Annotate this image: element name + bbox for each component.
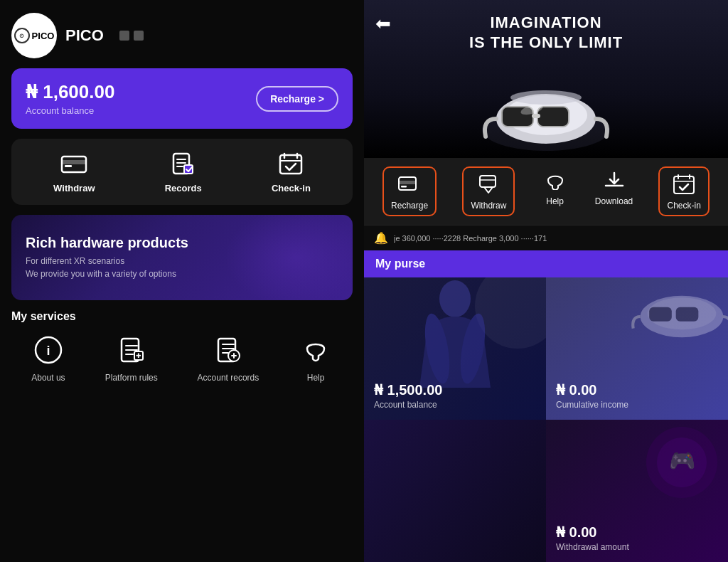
purse-account-balance[interactable]: ₦ 1,500.00 Account balance (364, 277, 546, 420)
account-records-label: Account records (198, 373, 259, 383)
records-icon (167, 150, 200, 177)
nav-withdraw-icon (474, 172, 503, 196)
cumulative-income-label: Cumulative income (556, 400, 718, 410)
action-withdraw[interactable]: Withdraw (53, 150, 95, 193)
withdrawal-amount: ₦ 0.00 (556, 524, 718, 541)
hardware-banner: Rich hardware products For different XR … (11, 215, 353, 300)
balance-label: Account balance (26, 105, 114, 116)
quick-actions: Withdraw Records (11, 139, 353, 205)
services-section: My services i About us ✚ (11, 310, 353, 549)
service-account-records[interactable]: Account records (198, 333, 259, 383)
action-records[interactable]: Records (165, 150, 202, 193)
right-panel: ⬅ IMAGINATION IS THE ONLY LIMIT (364, 0, 728, 562)
purse-section: My purse ₦ 1,500.00 Account balance (364, 250, 728, 562)
account-records-icon (211, 333, 245, 367)
svg-rect-31 (649, 307, 672, 322)
cumulative-income-amount: ₦ 0.00 (556, 381, 718, 398)
service-help[interactable]: Help (299, 333, 333, 383)
purse-grid: ₦ 1,500.00 Account balance ₦ 0.00 Cumula… (364, 277, 728, 562)
checkin-label: Check-in (272, 183, 311, 193)
brand-name: PICO (65, 26, 104, 45)
hero-banner: ⬅ IMAGINATION IS THE ONLY LIMIT (364, 0, 728, 158)
nav-withdraw[interactable]: Withdraw (462, 166, 515, 216)
logo: ⊙ PICO (11, 13, 57, 58)
nav-withdraw-label: Withdraw (471, 201, 506, 211)
banner-sub: For different XR scenarios We provide yo… (26, 255, 338, 280)
recharge-button[interactable]: Recharge > (256, 86, 338, 112)
back-button[interactable]: ⬅ (375, 13, 391, 35)
nav-recharge-icon (395, 172, 424, 196)
notification-text: je 360,000 ·····2228 Recharge 3,000 ····… (394, 234, 547, 243)
purse-cumulative-income[interactable]: ₦ 0.00 Cumulative income (546, 277, 728, 420)
nav-recharge[interactable]: Recharge (382, 166, 437, 216)
svg-text:✚: ✚ (136, 352, 141, 359)
balance-card: ₦ 1,600.00 Account balance Recharge > (11, 68, 353, 129)
svg-rect-25 (674, 176, 694, 193)
svg-text:i: i (46, 344, 50, 358)
withdraw-label: Withdraw (53, 183, 95, 193)
nav-checkin-label: Check-in (667, 201, 700, 211)
services-grid: i About us ✚ Platform rules (11, 333, 353, 383)
checkin-icon (274, 150, 307, 177)
platform-rules-label: Platform rules (105, 373, 158, 383)
about-us-icon: i (31, 333, 65, 367)
svg-rect-1 (62, 160, 86, 164)
withdrawal-label: Withdrawal amount (556, 542, 718, 552)
svg-text:🎮: 🎮 (669, 448, 696, 474)
svg-rect-2 (65, 165, 72, 167)
help-label: Help (307, 373, 325, 383)
balance-info: ₦ 1,600.00 Account balance (26, 81, 114, 116)
hero-title: IMAGINATION IS THE ONLY LIMIT (469, 13, 623, 52)
svg-point-26 (439, 280, 471, 317)
purse-header: My purse (364, 250, 728, 277)
dot-2 (134, 31, 144, 41)
quick-nav: Recharge Withdraw Help (364, 158, 728, 226)
purse-title: My purse (375, 258, 425, 270)
purse-placeholder (364, 420, 546, 562)
help-icon (299, 333, 333, 367)
left-panel: ⊙ PICO PICO ₦ 1,600.00 Account balance R… (0, 0, 364, 562)
records-label: Records (165, 183, 202, 193)
service-about-us[interactable]: i About us (31, 333, 65, 383)
withdraw-icon (58, 150, 90, 177)
nav-checkin-icon (670, 172, 698, 196)
app-header: ⊙ PICO PICO (11, 13, 353, 58)
nav-help-label: Help (546, 196, 564, 206)
dot-1 (119, 31, 129, 41)
svg-point-19 (510, 90, 582, 105)
platform-rules-icon: ✚ (114, 333, 149, 367)
pico-icon: ⊙ (14, 28, 30, 43)
action-checkin[interactable]: Check-in (272, 150, 311, 193)
about-us-label: About us (31, 373, 65, 383)
vr-headset-image (475, 73, 617, 158)
nav-download-icon (600, 168, 628, 192)
svg-rect-18 (532, 114, 540, 118)
services-title: My services (11, 310, 353, 323)
svg-rect-23 (401, 186, 407, 188)
banner-title: Rich hardware products (26, 235, 338, 251)
service-platform-rules[interactable]: ✚ Platform rules (105, 333, 158, 383)
notification-bar: 🔔 je 360,000 ·····2228 Recharge 3,000 ··… (364, 226, 728, 250)
svg-rect-4 (184, 165, 193, 174)
header-dots (119, 31, 144, 41)
nav-download-label: Download (595, 196, 633, 206)
svg-rect-22 (399, 181, 416, 184)
nav-recharge-label: Recharge (391, 201, 428, 211)
account-balance-amount: ₦ 1,500.00 (374, 381, 536, 398)
account-balance-label: Account balance (374, 400, 536, 410)
purse-withdrawal[interactable]: 🎮 ₦ 0.00 Withdrawal amount (546, 420, 728, 562)
nav-checkin[interactable]: Check-in (658, 166, 709, 216)
nav-help-icon (541, 168, 569, 192)
nav-help[interactable]: Help (541, 168, 569, 215)
svg-rect-17 (537, 107, 569, 127)
bell-icon: 🔔 (374, 231, 388, 245)
svg-rect-32 (676, 307, 699, 322)
balance-amount: ₦ 1,600.00 (26, 81, 114, 103)
svg-rect-5 (280, 155, 301, 174)
svg-rect-24 (480, 176, 496, 187)
nav-download[interactable]: Download (595, 168, 633, 215)
